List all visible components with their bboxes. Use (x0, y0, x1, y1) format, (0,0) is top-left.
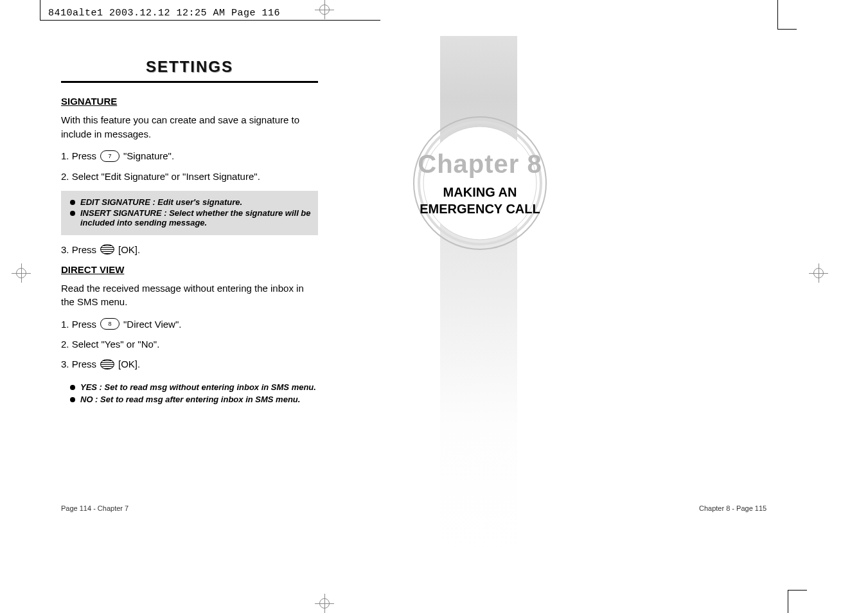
step-item: 2. Select "Edit Signature" or "Insert Si… (61, 171, 318, 182)
note-text: EDIT SIGNATURE : Edit user's signature. (80, 197, 312, 207)
ok-key-icon (100, 359, 114, 369)
key-icon: 8 (100, 318, 120, 330)
step-text: 3. Press (61, 244, 96, 255)
chapter-gradient-bar (440, 36, 517, 553)
section-heading: SIGNATURE (61, 96, 318, 107)
page-footer-right: Chapter 8 - Page 115 (699, 504, 766, 512)
bullet-text: YES : Set to read msg without entering i… (80, 382, 316, 392)
registration-mark (315, 0, 334, 19)
bullet-list: YES : Set to read msg without entering i… (61, 378, 318, 404)
section-intro: Read the received message without enteri… (61, 281, 318, 310)
step-text: [OK]. (118, 359, 140, 369)
step-text: "Signature". (123, 150, 174, 161)
step-text: 1. Press (61, 319, 96, 330)
step-text: 1. Press (61, 150, 96, 161)
page-footer-left: Page 114 - Chapter 7 (61, 504, 128, 512)
registration-mark (12, 263, 31, 283)
step-item: 3. Press [OK]. (61, 244, 318, 255)
step-text: [OK]. (118, 244, 140, 255)
crop-mark (768, 0, 778, 29)
step-text: 2. Select "Edit Signature" or "Insert Si… (61, 171, 260, 182)
bullet-text: NO : Set to read msg after entering inbo… (80, 395, 300, 404)
section-intro: With this feature you can create and sav… (61, 113, 318, 141)
bullet-icon (70, 385, 75, 390)
step-item: 1. Press 7 "Signature". (61, 150, 318, 162)
key-icon: 7 (100, 150, 120, 162)
note-box: EDIT SIGNATURE : Edit user's signature. … (61, 191, 318, 235)
left-page: SETTINGS SIGNATURE With this feature you… (61, 58, 318, 407)
step-text: 2. Select "Yes" or "No". (61, 339, 159, 350)
registration-mark (809, 263, 828, 283)
step-item: 1. Press 8 "Direct View". (61, 318, 318, 330)
registration-mark (315, 594, 334, 613)
step-item: 3. Press [OK]. (61, 359, 318, 369)
page-title: SETTINGS (61, 58, 318, 76)
ok-key-icon (100, 244, 114, 254)
prepress-slug: 8410alte1 2003.12.12 12:25 AM Page 116 (48, 8, 280, 19)
title-rule (61, 81, 318, 83)
bullet-icon (70, 211, 75, 216)
section-heading: DIRECT VIEW (61, 264, 318, 275)
step-item: 2. Select "Yes" or "No". (61, 339, 318, 350)
bullet-icon (70, 397, 75, 402)
step-text: 3. Press (61, 359, 96, 369)
note-text: INSERT SIGNATURE : Select whether the si… (80, 208, 312, 227)
bullet-icon (70, 200, 75, 205)
step-text: "Direct View". (123, 319, 181, 330)
